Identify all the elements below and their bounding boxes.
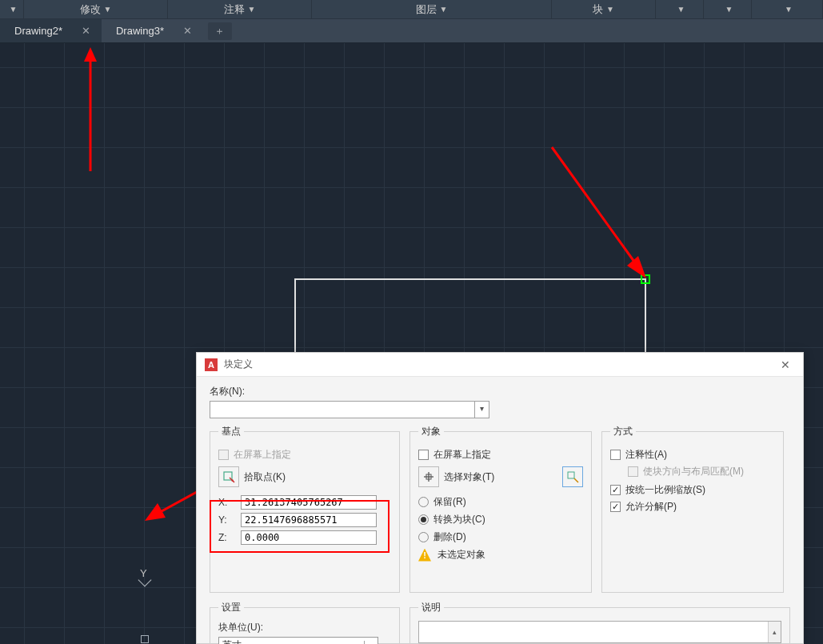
ribbon-dropdown-c[interactable]: ▼: [752, 0, 823, 18]
ribbon-dropdown-left[interactable]: ▼: [0, 0, 24, 18]
retain-label: 保留(R): [433, 495, 466, 509]
unit-label: 块单位(U):: [218, 621, 391, 634]
file-tab-drawing3[interactable]: Drawing3* ✕: [102, 19, 203, 42]
close-button[interactable]: ✕: [776, 357, 795, 373]
specify-on-screen-checkbox: [218, 450, 229, 460]
delete-radio[interactable]: [418, 532, 429, 542]
chevron-down-icon: ▼: [677, 5, 685, 14]
convert-label: 转换为块(C): [433, 513, 485, 526]
file-tab-label: Drawing3*: [116, 25, 164, 37]
ribbon-dropdown-a[interactable]: ▼: [656, 0, 704, 18]
svg-marker-1: [84, 47, 97, 62]
none-selected-label: 未选定对象: [437, 548, 485, 562]
delete-label: 删除(D): [433, 530, 466, 544]
pick-point-icon: [222, 470, 235, 483]
app-logo-icon: A: [205, 358, 218, 371]
ribbon-tab-layer[interactable]: 图层▼: [312, 0, 552, 18]
quick-select-icon: [566, 470, 579, 483]
description-group: 说明 ▴: [410, 601, 790, 644]
plus-icon: ＋: [214, 24, 225, 38]
objects-on-screen-label: 在屏幕上指定: [433, 448, 491, 462]
ribbon-dropdown-b[interactable]: ▼: [704, 0, 752, 18]
objects-legend: 对象: [418, 425, 444, 438]
select-objects-label: 选择对象(T): [444, 470, 556, 484]
chevron-down-icon: ▼: [440, 5, 448, 14]
dialog-title-text: 块定义: [224, 358, 776, 371]
chevron-down-icon: ▾: [474, 402, 489, 418]
base-point-legend: 基点: [218, 425, 244, 438]
new-tab-button[interactable]: ＋: [208, 22, 232, 40]
svg-marker-5: [145, 503, 166, 521]
block-definition-dialog: A 块定义 ✕ 名称(N): ▾ 基点 在屏幕上指定: [196, 352, 804, 644]
svg-line-2: [552, 147, 638, 267]
ribbon-bar: ▼ 修改▼ 注释▼ 图层▼ 块▼ ▼ ▼ ▼: [0, 0, 823, 19]
description-textarea[interactable]: ▴: [418, 621, 781, 643]
annotation-arrow: [544, 139, 656, 283]
select-objects-button[interactable]: [418, 466, 439, 487]
drawn-rectangle-right-edge: [645, 278, 646, 358]
scale-uniform-label: 按统一比例缩放(S): [625, 483, 705, 497]
settings-legend: 设置: [218, 601, 244, 614]
block-unit-select[interactable]: 英寸 ▾: [218, 637, 378, 644]
close-icon[interactable]: ✕: [183, 25, 192, 37]
pick-point-label: 拾取点(K): [244, 470, 286, 484]
svg-rect-11: [568, 472, 574, 478]
objects-group: 对象 在屏幕上指定 选择对象(T): [410, 425, 592, 593]
ribbon-tab-annotate[interactable]: 注释▼: [168, 0, 312, 18]
quick-select-button[interactable]: [562, 466, 583, 487]
file-tab-label: Drawing2*: [14, 25, 62, 37]
selection-grip[interactable]: [641, 274, 650, 284]
behavior-legend: 方式: [610, 425, 636, 438]
pick-point-button[interactable]: [218, 466, 239, 487]
annotative-checkbox[interactable]: [610, 450, 621, 460]
description-legend: 说明: [418, 601, 444, 614]
scale-uniform-checkbox[interactable]: [610, 485, 621, 495]
chevron-down-icon: ▼: [104, 5, 112, 14]
chevron-down-icon: ▾: [364, 641, 378, 645]
ribbon-tab-modify[interactable]: 修改▼: [24, 0, 168, 18]
select-objects-icon: [422, 470, 435, 483]
match-orientation-checkbox: [628, 466, 638, 477]
block-unit-value: 英寸: [222, 638, 364, 645]
chevron-down-icon: ▼: [248, 5, 256, 14]
chevron-down-icon: ▼: [10, 5, 18, 14]
annotation-highlight-box: [210, 500, 390, 553]
chevron-down-icon: ▼: [785, 5, 793, 14]
allow-explode-checkbox[interactable]: [610, 502, 621, 512]
dialog-titlebar[interactable]: A 块定义 ✕: [197, 353, 803, 377]
ucs-grip[interactable]: [141, 635, 149, 643]
specify-on-screen-label: 在屏幕上指定: [234, 448, 291, 462]
objects-on-screen-checkbox[interactable]: [418, 450, 429, 460]
name-label: 名称(N):: [210, 385, 790, 398]
ribbon-tab-block[interactable]: 块▼: [552, 0, 656, 18]
warning-icon: !: [418, 549, 431, 562]
allow-explode-label: 允许分解(P): [625, 500, 677, 514]
chevron-down-icon: ▼: [606, 5, 614, 14]
match-orientation-label: 使块方向与布局匹配(M): [643, 465, 744, 478]
scrollbar[interactable]: ▴: [768, 622, 781, 642]
annotation-arrow: [78, 47, 102, 175]
annotative-label: 注释性(A): [625, 448, 667, 462]
file-tabs: Drawing2* ✕ Drawing3* ✕ ＋: [0, 19, 823, 43]
block-name-combobox[interactable]: ▾: [210, 401, 489, 418]
file-tab-drawing2[interactable]: Drawing2* ✕: [0, 19, 102, 42]
chevron-down-icon: ▼: [725, 5, 733, 14]
retain-radio[interactable]: [418, 497, 429, 507]
behavior-group: 方式 注释性(A) 使块方向与布局匹配(M) 按统一比例缩放(S): [601, 425, 784, 593]
close-icon[interactable]: ✕: [82, 25, 90, 37]
settings-group: 设置 块单位(U): 英寸 ▾: [210, 601, 400, 644]
convert-radio[interactable]: [418, 514, 429, 525]
